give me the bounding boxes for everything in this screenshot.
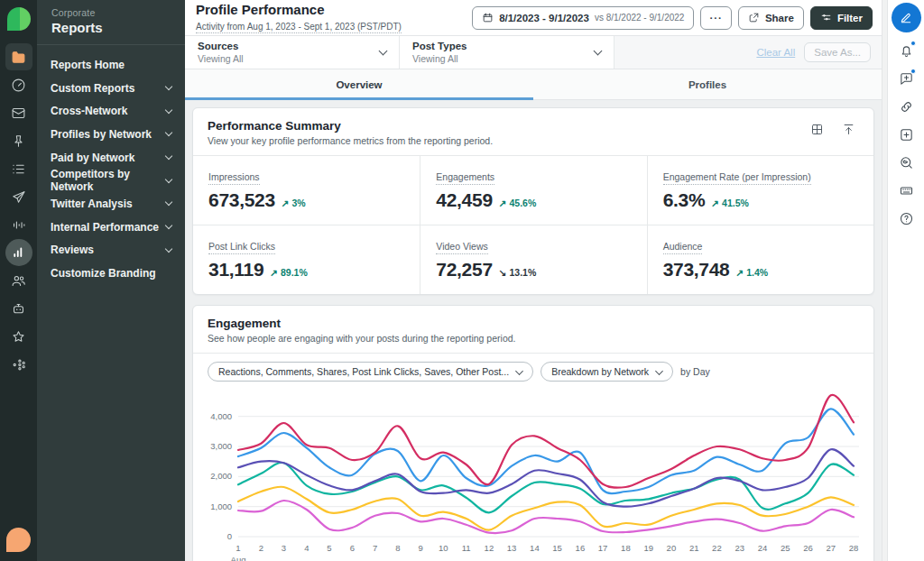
svg-text:3: 3 [282, 543, 286, 553]
sources-filter-text: Sources Viewing All [198, 41, 244, 64]
sidebar-item-reviews[interactable]: Reviews [37, 239, 185, 262]
page-header: Profile Performance Activity from Aug 1,… [185, 0, 882, 36]
filter-icon [820, 12, 832, 23]
notifications-button[interactable] [896, 41, 916, 60]
metric-label[interactable]: Engagements [436, 171, 494, 185]
sidebar-item-label: Cross-Network [51, 105, 127, 117]
svg-text:0: 0 [227, 531, 232, 541]
sidebar-item-cross-network[interactable]: Cross-Network [37, 99, 185, 123]
series-tiktok-line [238, 409, 854, 493]
post-types-filter[interactable]: Post Types Viewing All [400, 36, 614, 69]
reports-folder-icon[interactable] [5, 43, 32, 70]
engagement-line-chart[interactable]: 01,0002,0003,0004,0001234567891011121314… [202, 387, 863, 561]
chevron-down-icon [379, 47, 388, 56]
chevron-down-icon [594, 47, 603, 56]
sidebar-item-customize-branding[interactable]: Customize Branding [37, 262, 185, 285]
sidebar-item-reports-home[interactable]: Reports Home [37, 53, 185, 77]
performance-summary-subtitle: View your key profile performance metric… [208, 135, 493, 146]
chevron-down-icon [165, 152, 172, 160]
add-widget-button[interactable] [896, 124, 916, 144]
keyboard-icon [899, 183, 914, 198]
breakdown-select-dropdown[interactable]: Breakdown by Network [541, 362, 673, 382]
sidebar-item-label: Reviews [51, 244, 94, 256]
calendar-icon [482, 12, 494, 23]
metric-value: 31,119 [208, 259, 263, 280]
filter-button[interactable]: Filter [810, 6, 873, 30]
metric-post-link-clicks: Post Link Clicks 31,119↗ 89.1% [193, 225, 420, 294]
sources-filter[interactable]: Sources Viewing All [185, 36, 400, 69]
sidebar-item-label: Customize Branding [51, 267, 156, 280]
more-options-button[interactable]: ··· [700, 6, 732, 30]
engagement-card: Engagement See how people are engaging w… [192, 305, 874, 561]
gauge-icon[interactable] [5, 71, 32, 98]
sidebar-section-title: Reports [51, 20, 171, 35]
sidebar-item-competitors-by-network[interactable]: Competitors by Network [37, 169, 185, 192]
help-icon [899, 211, 914, 226]
performance-summary-title: Performance Summary [208, 119, 493, 133]
robot-icon[interactable] [5, 295, 32, 322]
engagement-subtitle: See how people are engaging with your po… [208, 333, 515, 344]
sidebar-item-custom-reports[interactable]: Custom Reports [37, 77, 185, 100]
help-button[interactable] [896, 208, 916, 228]
people-icon[interactable] [5, 267, 32, 294]
ellipsis-icon: ··· [709, 13, 723, 23]
star-icon[interactable] [5, 323, 32, 350]
vertical-scrollbar[interactable] [882, 0, 888, 561]
metric-select-dropdown[interactable]: Reactions, Comments, Shares, Post Link C… [208, 362, 533, 382]
metric-label[interactable]: Engagement Rate (per Impression) [663, 171, 811, 185]
metric-label[interactable]: Audience [663, 241, 703, 254]
metric-select-value: Reactions, Comments, Shares, Post Link C… [218, 366, 509, 377]
metric-label[interactable]: Post Link Clicks [208, 241, 275, 254]
svg-text:1,000: 1,000 [210, 501, 232, 511]
share-button[interactable]: Share [738, 6, 804, 30]
pin-icon[interactable] [5, 127, 32, 154]
save-as-button[interactable]: Save As... [804, 42, 871, 62]
date-compare-label: vs 8/1/2022 - 9/1/2022 [595, 13, 685, 23]
main-panel: Profile Performance Activity from Aug 1,… [185, 0, 882, 561]
waveform-icon[interactable] [5, 211, 32, 238]
network-icon[interactable] [5, 351, 32, 378]
chevron-down-icon [165, 245, 172, 253]
sidebar-item-twitter-analysis[interactable]: Twitter Analysis [37, 192, 185, 216]
sidebar-item-internal-performance[interactable]: Internal Performance [37, 216, 185, 239]
engagement-controls: Reactions, Comments, Shares, Post Link C… [193, 353, 873, 387]
svg-text:4,000: 4,000 [210, 411, 232, 421]
sidebar-item-label: Custom Reports [51, 82, 134, 95]
keyboard-shortcuts-button[interactable] [896, 180, 916, 200]
svg-text:9: 9 [418, 543, 422, 553]
engagement-chart-wrap: 01,0002,0003,0004,0001234567891011121314… [193, 387, 873, 561]
paper-plane-icon[interactable] [5, 183, 32, 210]
engagement-titles: Engagement See how people are engaging w… [208, 317, 515, 344]
bar-chart-icon[interactable] [5, 239, 32, 266]
clear-all-link[interactable]: Clear All [756, 47, 795, 58]
breakdown-select-value: Breakdown by Network [551, 366, 649, 377]
compose-button[interactable] [892, 3, 921, 32]
chevron-down-icon [165, 106, 172, 113]
metric-label[interactable]: Video Views [436, 241, 487, 254]
table-view-icon[interactable] [810, 123, 824, 136]
profile-search-button[interactable] [896, 152, 916, 172]
left-icon-rail [0, 0, 37, 561]
date-range-button[interactable]: 8/1/2023 - 9/1/2023 vs 8/1/2022 - 9/1/20… [472, 6, 694, 30]
header-actions: 8/1/2023 - 9/1/2023 vs 8/1/2022 - 9/1/20… [472, 6, 873, 30]
sidebar-item-paid-by-network[interactable]: Paid by Network [37, 146, 185, 170]
list-icon[interactable] [5, 155, 32, 182]
tab-profiles[interactable]: Profiles [533, 69, 882, 99]
card-tools [810, 119, 859, 136]
svg-text:21: 21 [689, 543, 699, 553]
chevron-down-icon [655, 367, 663, 375]
export-icon[interactable] [842, 123, 855, 136]
sources-value: Viewing All [198, 53, 244, 64]
user-avatar[interactable] [6, 528, 31, 552]
inbox-icon[interactable] [5, 99, 32, 126]
link-button[interactable] [896, 97, 916, 116]
feedback-button[interactable] [896, 69, 916, 88]
metric-value: 373,748 [663, 259, 730, 280]
svg-text:17: 17 [598, 543, 608, 553]
sidebar-item-profiles-by-network[interactable]: Profiles by Network [37, 123, 185, 146]
metric-label[interactable]: Impressions [208, 171, 260, 185]
page-title-block: Profile Performance Activity from Aug 1,… [196, 2, 402, 33]
svg-text:13: 13 [507, 543, 517, 553]
interval-label: by Day [680, 366, 710, 377]
tab-overview[interactable]: Overview [185, 69, 533, 99]
